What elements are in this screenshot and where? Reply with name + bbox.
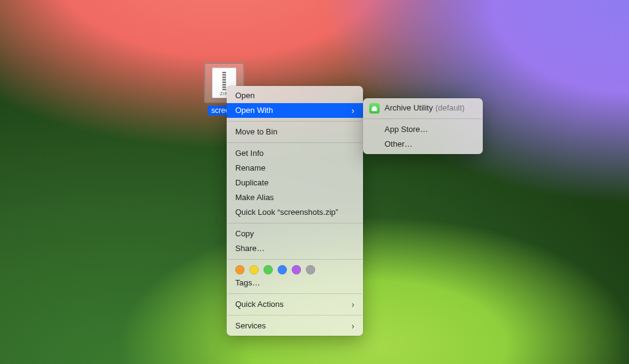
menu-open-with-label: Open With bbox=[235, 105, 273, 116]
menu-tags[interactable]: Tags… bbox=[227, 276, 363, 290]
menu-quick-actions[interactable]: Quick Actions › bbox=[227, 297, 363, 312]
archive-utility-icon bbox=[369, 103, 380, 114]
menu-rename-label: Rename bbox=[235, 163, 265, 174]
tag-dot-yellow[interactable] bbox=[249, 265, 259, 274]
submenu-archive-utility-label: Archive Utility bbox=[385, 103, 433, 114]
menu-rename[interactable]: Rename bbox=[227, 161, 363, 176]
menu-separator bbox=[227, 142, 362, 143]
menu-services[interactable]: Services › bbox=[227, 319, 363, 333]
menu-get-info-label: Get Info bbox=[235, 148, 264, 159]
submenu-archive-utility[interactable]: Archive Utility (default) bbox=[363, 101, 483, 115]
menu-get-info[interactable]: Get Info bbox=[227, 146, 363, 161]
context-menu: Open Open With › Move to Bin Get Info Re… bbox=[227, 86, 363, 336]
svg-rect-1 bbox=[373, 106, 376, 108]
tag-dot-green[interactable] bbox=[264, 265, 273, 274]
menu-separator bbox=[227, 293, 362, 294]
tag-dot-gray[interactable] bbox=[306, 265, 315, 274]
tag-dot-purple[interactable] bbox=[292, 265, 301, 274]
submenu-other[interactable]: Other… bbox=[363, 137, 483, 152]
submenu-default-hint: (default) bbox=[436, 103, 465, 114]
submenu-app-store[interactable]: App Store… bbox=[363, 122, 483, 137]
spacer bbox=[369, 144, 380, 145]
menu-make-alias[interactable]: Make Alias bbox=[227, 190, 363, 205]
menu-quick-look[interactable]: Quick Look “screenshots.zip” bbox=[227, 205, 363, 220]
chevron-right-icon: › bbox=[351, 322, 354, 330]
menu-copy-label: Copy bbox=[235, 228, 254, 239]
menu-make-alias-label: Make Alias bbox=[235, 192, 274, 203]
menu-quick-look-label: Quick Look “screenshots.zip” bbox=[235, 207, 338, 218]
tag-dot-blue[interactable] bbox=[278, 265, 287, 274]
menu-share-label: Share… bbox=[235, 243, 265, 254]
submenu-app-store-label: App Store… bbox=[385, 124, 428, 135]
menu-separator bbox=[364, 118, 482, 119]
menu-separator bbox=[227, 315, 362, 316]
menu-open-label: Open bbox=[235, 90, 255, 101]
menu-open[interactable]: Open bbox=[227, 88, 363, 103]
submenu-other-label: Other… bbox=[385, 139, 413, 150]
menu-separator bbox=[227, 259, 362, 260]
menu-duplicate[interactable]: Duplicate bbox=[227, 176, 363, 190]
menu-duplicate-label: Duplicate bbox=[235, 177, 268, 188]
menu-copy[interactable]: Copy bbox=[227, 227, 363, 241]
menu-quick-actions-label: Quick Actions bbox=[235, 299, 284, 310]
menu-tags-label: Tags… bbox=[235, 277, 260, 288]
tag-dot-orange[interactable] bbox=[235, 265, 244, 274]
menu-share[interactable]: Share… bbox=[227, 241, 363, 256]
tag-color-row bbox=[227, 263, 363, 276]
desktop[interactable]: ZIP screens Open Open With › Move to Bin… bbox=[0, 0, 629, 364]
spacer bbox=[369, 130, 380, 130]
chevron-right-icon: › bbox=[351, 300, 354, 309]
menu-separator bbox=[227, 223, 362, 223]
menu-separator bbox=[227, 121, 362, 122]
menu-move-to-bin-label: Move to Bin bbox=[235, 126, 278, 137]
menu-move-to-bin[interactable]: Move to Bin bbox=[227, 125, 363, 139]
chevron-right-icon: › bbox=[351, 106, 354, 115]
menu-open-with[interactable]: Open With › bbox=[227, 103, 363, 118]
open-with-submenu: Archive Utility (default) App Store… Oth… bbox=[363, 98, 483, 154]
menu-services-label: Services bbox=[235, 320, 266, 331]
